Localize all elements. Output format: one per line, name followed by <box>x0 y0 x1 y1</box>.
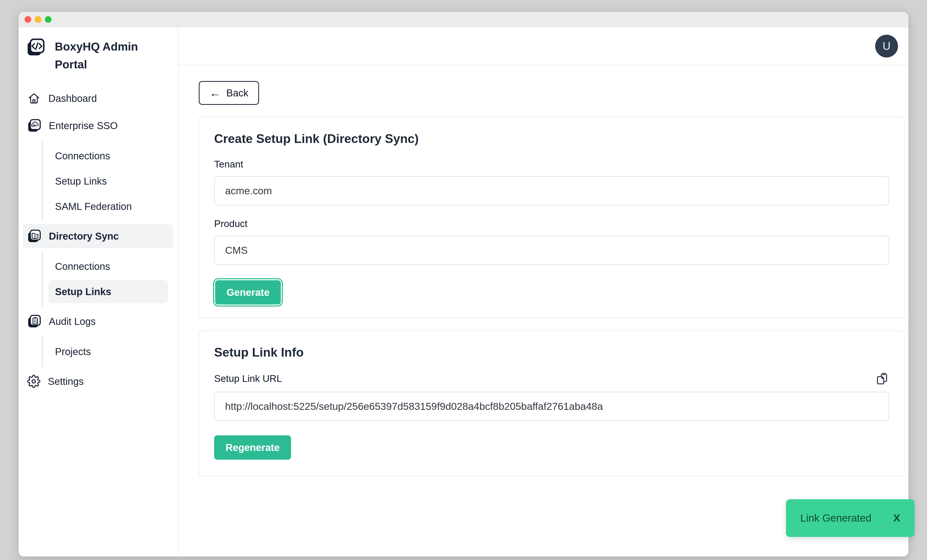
boxyhq-logo-icon <box>26 38 46 57</box>
audit-logs-subnav: Projects <box>42 337 168 367</box>
toast-link-generated: Link Generated X <box>786 499 915 537</box>
setup-link-info-card: Setup Link Info Setup Link URL <box>199 330 904 477</box>
directory-sync-subnav: Connections Setup Links <box>42 251 168 307</box>
product-input[interactable] <box>214 236 889 265</box>
sidebar-item-sso-connections[interactable]: Connections <box>49 144 168 167</box>
sidebar-item-label: Settings <box>48 376 84 387</box>
page-content: ← Back Create Setup Link (Directory Sync… <box>178 65 909 477</box>
directory-sync-icon <box>27 229 41 243</box>
sidebar-subitem-label: Setup Links <box>55 286 111 297</box>
sidebar-subitem-label: SAML Federation <box>55 201 132 212</box>
sidebar-item-audit-logs[interactable]: Audit Logs <box>23 309 173 334</box>
brand-link[interactable]: BoxyHQ Admin Portal <box>23 38 173 73</box>
tenant-label: Tenant <box>214 159 889 170</box>
sidebar: BoxyHQ Admin Portal Dashboard <box>18 27 178 557</box>
back-button[interactable]: ← Back <box>199 81 259 105</box>
audit-logs-icon <box>27 314 41 329</box>
setup-link-url-row: Setup Link URL <box>214 372 889 385</box>
sidebar-nav: Dashboard Enterprise SSO Connections <box>23 86 173 393</box>
sidebar-item-settings[interactable]: Settings <box>23 369 173 393</box>
sidebar-item-label: Audit Logs <box>49 316 96 327</box>
brand-title: BoxyHQ Admin Portal <box>55 38 141 73</box>
sidebar-item-saml-federation[interactable]: SAML Federation <box>49 195 168 218</box>
enterprise-sso-icon <box>27 118 41 133</box>
setup-link-url-label: Setup Link URL <box>214 373 282 384</box>
avatar-initial: U <box>883 40 891 52</box>
create-setup-link-card: Create Setup Link (Directory Sync) Tenan… <box>199 117 904 319</box>
generate-button[interactable]: Generate <box>214 279 282 305</box>
sidebar-item-label: Directory Sync <box>49 231 119 242</box>
app-body: BoxyHQ Admin Portal Dashboard <box>18 27 909 557</box>
regenerate-button[interactable]: Regenerate <box>214 436 291 460</box>
sidebar-item-enterprise-sso[interactable]: Enterprise SSO <box>23 114 173 138</box>
main-area: U ← Back Create Setup Link (Directory Sy… <box>178 27 909 557</box>
sidebar-subitem-label: Connections <box>55 150 110 162</box>
copy-icon <box>876 372 889 385</box>
back-button-label: Back <box>226 88 248 99</box>
window-zoom-button[interactable] <box>45 16 52 23</box>
sidebar-item-directory-sync[interactable]: Directory Sync <box>23 224 173 248</box>
setup-link-url-input[interactable] <box>214 392 889 421</box>
info-card-title: Setup Link Info <box>214 345 889 360</box>
copy-setup-link-button[interactable] <box>876 372 889 385</box>
toast-close-button[interactable]: X <box>893 512 900 524</box>
top-header: U <box>178 27 909 65</box>
app-window: BoxyHQ Admin Portal Dashboard <box>18 12 909 557</box>
sidebar-item-projects[interactable]: Projects <box>49 340 168 363</box>
home-icon <box>27 91 41 105</box>
window-close-button[interactable] <box>24 16 31 23</box>
sidebar-item-dashboard[interactable]: Dashboard <box>23 86 173 111</box>
sidebar-item-label: Dashboard <box>48 93 97 104</box>
window-minimize-button[interactable] <box>35 16 41 23</box>
sidebar-item-dsync-setup-links[interactable]: Setup Links <box>49 280 168 303</box>
back-arrow-icon: ← <box>210 87 221 99</box>
sidebar-subitem-label: Connections <box>55 261 110 272</box>
sidebar-item-label: Enterprise SSO <box>49 120 118 131</box>
settings-gear-icon <box>27 375 40 388</box>
product-label: Product <box>214 218 889 229</box>
sidebar-subitem-label: Setup Links <box>55 176 107 187</box>
window-titlebar <box>18 12 909 27</box>
sidebar-subitem-label: Projects <box>55 346 91 357</box>
toast-message: Link Generated <box>800 512 871 524</box>
enterprise-sso-subnav: Connections Setup Links SAML Federation <box>42 141 168 222</box>
sidebar-item-sso-setup-links[interactable]: Setup Links <box>49 170 168 193</box>
create-card-title: Create Setup Link (Directory Sync) <box>214 132 889 146</box>
tenant-input[interactable] <box>214 176 889 205</box>
sidebar-item-dsync-connections[interactable]: Connections <box>49 255 168 278</box>
avatar[interactable]: U <box>875 35 898 58</box>
